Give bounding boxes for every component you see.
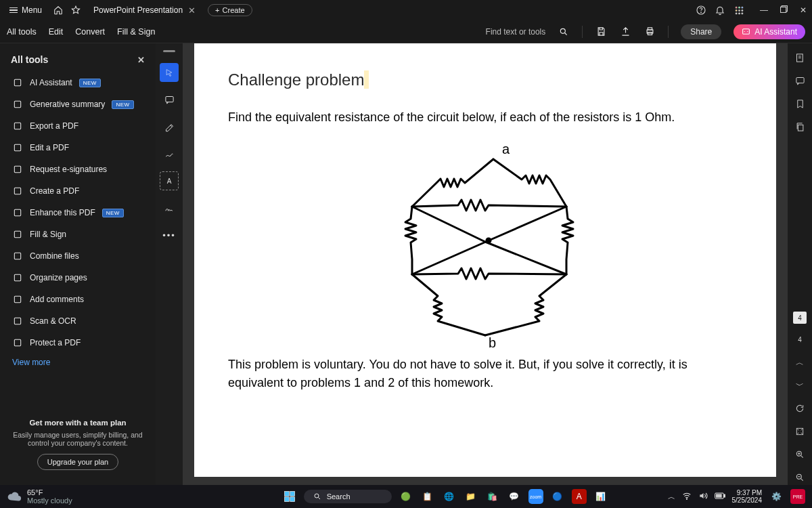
sidebar-item[interactable]: Combine files [7, 247, 149, 266]
sidebar-item[interactable]: Fill & Sign [7, 225, 149, 244]
rotate-icon[interactable] [792, 401, 807, 416]
tray-app-2[interactable]: PRE [790, 489, 805, 504]
taskbar-explorer[interactable]: 📁 [464, 489, 478, 504]
upgrade-promo: Get more with a team plan Easily manage … [7, 419, 149, 477]
sidebar-item[interactable]: Add comments [7, 290, 149, 309]
circuit-diagram: a [228, 139, 742, 349]
minimize-icon[interactable]: — [760, 5, 768, 15]
tray-chevron-icon[interactable]: ︿ [668, 492, 675, 502]
sidebar-item[interactable]: Create a PDF [7, 182, 149, 200]
svg-point-10 [741, 12, 742, 14]
home-icon[interactable] [53, 5, 64, 16]
bookmark-icon[interactable] [792, 96, 807, 111]
bell-icon[interactable] [714, 4, 726, 16]
create-button[interactable]: + Create [208, 4, 252, 16]
zoom-in-icon[interactable] [792, 447, 807, 462]
tool-icon [12, 316, 23, 326]
apps-icon[interactable] [733, 4, 745, 16]
close-window-icon[interactable]: ✕ [800, 5, 807, 15]
right-rail: 4 4 ︿ ﹀ [788, 43, 812, 485]
close-panel-icon[interactable]: ✕ [137, 55, 145, 65]
battery-icon[interactable] [715, 492, 725, 501]
svg-point-33 [487, 238, 491, 242]
page-down-icon[interactable]: ﹀ [792, 378, 807, 393]
taskbar-chrome[interactable]: 🔵 [550, 489, 565, 504]
tool-icon [12, 99, 23, 110]
wifi-icon[interactable] [682, 491, 692, 502]
document-tab[interactable]: PowerPoint Presentation ✕ [88, 5, 201, 16]
panel-title: All tools [11, 54, 48, 65]
system-tray[interactable]: ︿ 9:37 PM 5/25/2024 ⚙️ PRE [668, 489, 806, 505]
draw-tool[interactable] [160, 144, 179, 163]
svg-rect-23 [14, 188, 20, 194]
print-icon[interactable] [644, 26, 656, 38]
taskbar-discord[interactable]: 💬 [507, 489, 522, 504]
more-tools[interactable]: ••• [160, 226, 179, 245]
menu-button[interactable]: Menu [5, 3, 46, 18]
maximize-icon[interactable] [780, 5, 788, 15]
close-tab-icon[interactable]: ✕ [188, 5, 196, 16]
svg-point-45 [315, 494, 319, 498]
tab-convert[interactable]: Convert [75, 27, 105, 37]
sidebar-item[interactable]: Generative summaryNEW [7, 95, 149, 114]
page-up-icon[interactable]: ︿ [792, 355, 807, 370]
taskbar-zoom[interactable]: zoom [528, 489, 543, 504]
drag-handle[interactable] [163, 50, 175, 52]
svg-rect-22 [14, 166, 20, 172]
sidebar-item[interactable]: Scan & OCR [7, 312, 149, 331]
panel-icon-1[interactable] [792, 50, 807, 65]
sidebar-item[interactable]: Edit a PDF [7, 138, 149, 157]
taskbar-app-1[interactable]: 🟢 [399, 489, 413, 504]
find-label[interactable]: Find text or tools [486, 27, 546, 37]
tab-all-tools[interactable]: All tools [7, 27, 37, 37]
sign-tool[interactable] [160, 198, 179, 217]
star-icon[interactable] [70, 5, 81, 16]
fit-icon[interactable] [792, 424, 807, 439]
sidebar-item[interactable]: Protect a PDF [7, 333, 149, 352]
svg-point-8 [736, 12, 737, 14]
select-tool[interactable] [160, 63, 179, 82]
tab-edit[interactable]: Edit [49, 27, 64, 37]
help-icon[interactable] [695, 4, 707, 16]
tool-tabbar: All tools Edit Convert Fill & Sign Find … [0, 20, 812, 43]
sidebar-item-label: Enhance this PDF [30, 208, 95, 217]
highlight-tool[interactable] [160, 117, 179, 136]
volume-icon[interactable] [698, 491, 708, 502]
taskbar-edge[interactable]: 🌐 [442, 489, 457, 504]
taskbar-store[interactable]: 🛍️ [485, 489, 500, 504]
sidebar-item-label: Request e-signatures [30, 165, 107, 174]
taskbar-search[interactable]: Search [304, 490, 392, 503]
taskbar-app-2[interactable]: 📋 [420, 489, 435, 504]
svg-rect-18 [14, 79, 20, 85]
sidebar-item-label: Create a PDF [30, 186, 79, 196]
clock[interactable]: 9:37 PM 5/25/2024 [732, 489, 763, 505]
comment-tool[interactable] [160, 90, 179, 109]
copy-icon[interactable] [792, 119, 807, 134]
svg-rect-15 [648, 28, 652, 30]
taskbar-app-3[interactable]: 📊 [593, 489, 608, 504]
sidebar-item[interactable]: Request e-signatures [7, 160, 149, 179]
sidebar-item[interactable]: Enhance this PDFNEW [7, 203, 149, 222]
tray-app-1[interactable]: ⚙️ [769, 489, 784, 504]
view-more-link[interactable]: View more [7, 352, 149, 373]
panel-icon-2[interactable] [792, 73, 807, 88]
ai-assistant-button[interactable]: AI Assistant [734, 24, 805, 39]
text-tool[interactable]: A [160, 171, 179, 190]
save-icon[interactable] [595, 26, 607, 38]
weather-widget[interactable]: 65°F Mostly cloudy [7, 488, 72, 505]
svg-rect-48 [724, 494, 725, 497]
share-button[interactable]: Share [681, 24, 721, 39]
document-viewport[interactable]: Challenge problem Find the equivalent re… [183, 43, 788, 485]
upgrade-button[interactable]: Upgrade your plan [37, 454, 119, 470]
sidebar-item[interactable]: Organize pages [7, 268, 149, 287]
tab-fill-sign[interactable]: Fill & Sign [117, 27, 155, 37]
taskbar-acrobat[interactable]: A [572, 489, 587, 504]
upload-icon[interactable] [619, 26, 631, 38]
search-icon[interactable] [558, 26, 570, 38]
page-current[interactable]: 4 [793, 312, 807, 324]
zoom-out-icon[interactable] [792, 470, 807, 485]
sidebar-item[interactable]: Export a PDF [7, 117, 149, 135]
sidebar-item[interactable]: AI AssistantNEW [7, 73, 149, 92]
start-icon[interactable] [282, 489, 297, 504]
svg-rect-21 [14, 144, 20, 150]
